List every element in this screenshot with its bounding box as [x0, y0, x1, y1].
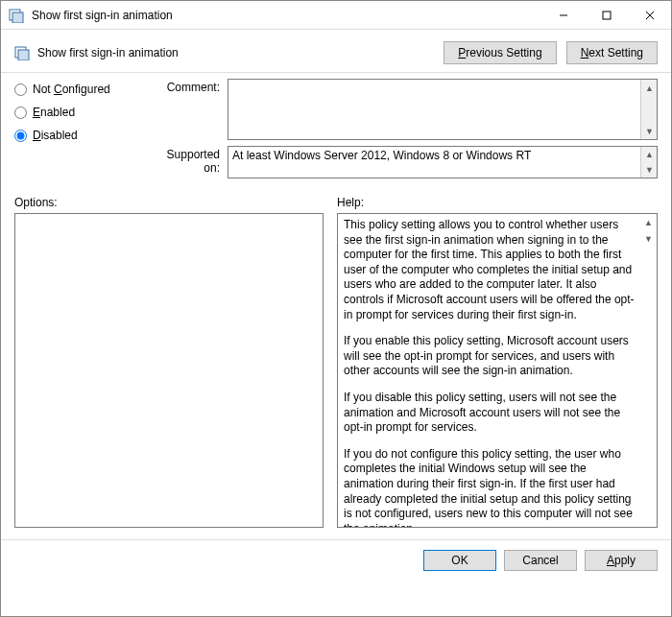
panels-row: This policy setting allows you to contro…	[1, 213, 671, 528]
state-radio-group: Not Configured Enabled Disabled	[14, 79, 139, 184]
window-title: Show first sign-in animation	[32, 9, 541, 22]
options-label: Options:	[14, 196, 324, 209]
minimize-button[interactable]	[541, 1, 585, 30]
previous-setting-button[interactable]: Previous Setting	[444, 41, 556, 64]
scroll-down-icon[interactable]: ▼	[640, 230, 657, 247]
svg-rect-7	[18, 50, 29, 60]
apply-button[interactable]: Apply	[585, 550, 658, 571]
scroll-up-icon[interactable]: ▲	[640, 214, 657, 230]
supported-on-label: Supported on:	[153, 146, 228, 175]
dialog-buttons: OK Cancel Apply	[1, 539, 671, 581]
svg-rect-3	[603, 12, 611, 19]
comment-label: Comment:	[153, 79, 228, 94]
comment-scrollbar[interactable]: ▲ ▼	[640, 80, 657, 139]
panel-headers: Options: Help:	[1, 186, 671, 213]
svg-rect-1	[12, 12, 23, 23]
disabled-radio[interactable]	[14, 130, 27, 142]
next-setting-button[interactable]: Next Setting	[566, 41, 658, 64]
maximize-button[interactable]	[585, 1, 628, 30]
policy-icon	[14, 45, 30, 60]
enabled-radio[interactable]	[14, 107, 27, 119]
header-row: Show first sign-in animation Previous Se…	[1, 30, 671, 72]
title-bar: Show first sign-in animation	[1, 1, 671, 30]
help-label: Help:	[337, 196, 364, 209]
help-scrollbar[interactable]: ▲ ▼	[640, 214, 657, 527]
config-section: Not Configured Enabled Disabled Comment:…	[1, 72, 671, 186]
scroll-up-icon[interactable]: ▲	[641, 147, 658, 162]
comment-input[interactable]: ▲ ▼	[228, 79, 658, 140]
help-panel: This policy setting allows you to contro…	[337, 213, 658, 528]
options-panel	[14, 213, 324, 528]
help-text: This policy setting allows you to contro…	[338, 214, 640, 527]
supported-scrollbar[interactable]: ▲ ▼	[640, 147, 657, 178]
supported-on-box: At least Windows Server 2012, Windows 8 …	[228, 146, 658, 178]
scroll-down-icon[interactable]: ▼	[641, 123, 658, 139]
scroll-up-icon[interactable]: ▲	[641, 80, 658, 96]
app-icon	[9, 8, 24, 23]
scroll-down-icon[interactable]: ▼	[641, 162, 658, 178]
fields-column: Comment: ▲ ▼ Supported on: At least Wind…	[153, 79, 658, 184]
not-configured-radio[interactable]	[14, 83, 27, 96]
disabled-label: Disabled	[33, 129, 78, 142]
ok-button[interactable]: OK	[423, 550, 496, 571]
cancel-button[interactable]: Cancel	[504, 550, 577, 571]
policy-title: Show first sign-in animation	[37, 46, 434, 59]
close-button[interactable]	[628, 1, 671, 30]
not-configured-label: Not Configured	[33, 83, 110, 96]
enabled-label: Enabled	[33, 106, 75, 119]
